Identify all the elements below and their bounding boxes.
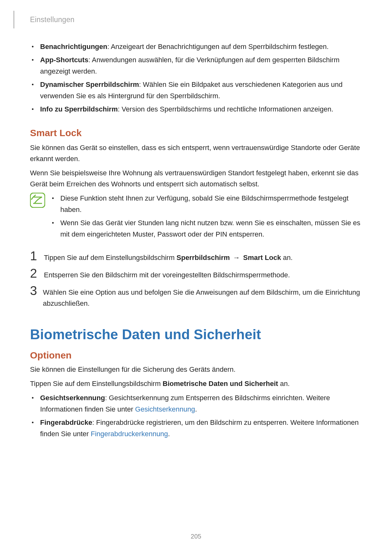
bullet-term: Gesichtserkennung [40, 394, 105, 402]
step-item: 3 Wählen Sie eine Option aus und befolge… [30, 285, 362, 309]
heading-biometrics: Biometrische Daten und Sicherheit [30, 327, 362, 342]
document-page: Einstellungen Benachrichtigungen: Anzeig… [0, 0, 392, 554]
bullet-term: Dynamischer Sperrbildschirm [40, 81, 139, 88]
heading-smart-lock: Smart Lock [30, 128, 362, 138]
paragraph: Wenn Sie beispielsweise Ihre Wohnung als… [30, 167, 362, 190]
list-item: Diese Funktion steht Ihnen zur Verfügung… [50, 193, 362, 215]
text-run: an. [278, 380, 290, 388]
step-text: Tippen Sie auf dem Einstellungsbildschir… [44, 250, 292, 263]
bullet-term: Fingerabdrücke [40, 419, 92, 426]
header-rule [14, 11, 14, 28]
arrow-icon: → [230, 254, 243, 262]
list-item: Fingerabdrücke: Fingerabdrücke registrie… [30, 417, 362, 440]
bullet-term: Info zu Sperrbildschirm [40, 105, 118, 113]
page-content: Benachrichtigungen: Anzeigeart der Benac… [30, 26, 362, 440]
page-header: Einstellungen [30, 13, 362, 26]
bullet-term: App-Shortcuts [40, 56, 88, 64]
link-fingerabdruckerkennung[interactable]: Fingerabdruckerkennung [91, 430, 168, 438]
text-run: Tippen Sie auf dem Einstellungsbildschir… [44, 254, 177, 262]
text-run: . [195, 405, 197, 413]
note-icon [30, 193, 45, 209]
text-run: . [168, 430, 170, 438]
step-item: 2 Entsperren Sie den Bildschirm mit der … [30, 268, 362, 280]
heading-options: Optionen [30, 350, 362, 361]
step-text: Wählen Sie eine Option aus und befolgen … [43, 285, 362, 309]
list-item: Info zu Sperrbildschirm: Version des Spe… [30, 104, 362, 115]
paragraph: Sie können das Gerät so einstellen, dass… [30, 142, 362, 164]
text-bold: Smart Lock [243, 254, 281, 262]
step-item: 1 Tippen Sie auf dem Einstellungsbildsch… [30, 250, 362, 263]
text-bold: Sperrbildschirm [177, 254, 230, 262]
page-number: 205 [0, 533, 392, 540]
list-item: Benachrichtigungen: Anzeigeart der Benac… [30, 41, 362, 52]
text-run: Tippen Sie auf dem Einstellungsbildschir… [30, 380, 163, 388]
list-item: App-Shortcuts: Anwendungen auswählen, fü… [30, 54, 362, 77]
note-block: Diese Funktion steht Ihnen zur Verfügung… [30, 193, 362, 242]
bullet-term: Benachrichtigungen [40, 43, 107, 51]
note-text: Wenn Sie das Gerät vier Stunden lang nic… [60, 219, 360, 238]
note-list: Diese Funktion steht Ihnen zur Verfügung… [50, 193, 362, 242]
note-text: Diese Funktion steht Ihnen zur Verfügung… [60, 194, 348, 214]
list-item: Dynamischer Sperrbildschirm: Wählen Sie … [30, 79, 362, 102]
paragraph: Sie können die Einstellungen für die Sic… [30, 364, 362, 375]
step-number: 1 [30, 250, 38, 262]
bullet-text: : Version des Sperrbildschirms und recht… [118, 105, 333, 113]
header-title: Einstellungen [30, 15, 75, 24]
text-bold: Biometrische Daten und Sicherheit [163, 380, 278, 388]
biometrics-bullets: Gesichtserkennung: Gesichtserkennung zum… [30, 392, 362, 440]
lockscreen-bullets: Benachrichtigungen: Anzeigeart der Benac… [30, 41, 362, 115]
step-number: 3 [30, 284, 37, 297]
text-run: an. [281, 254, 293, 262]
link-gesichtserkennung[interactable]: Gesichtserkennung [135, 405, 195, 413]
bullet-text: : Anzeigeart der Benachrichtigungen auf … [107, 43, 329, 51]
list-item: Gesichtserkennung: Gesichtserkennung zum… [30, 392, 362, 415]
paragraph: Tippen Sie auf dem Einstellungsbildschir… [30, 378, 362, 389]
step-number: 2 [30, 267, 38, 280]
step-text: Entsperren Sie den Bildschirm mit der vo… [44, 268, 290, 280]
steps-list: 1 Tippen Sie auf dem Einstellungsbildsch… [30, 250, 362, 309]
list-item: Wenn Sie das Gerät vier Stunden lang nic… [50, 217, 362, 240]
